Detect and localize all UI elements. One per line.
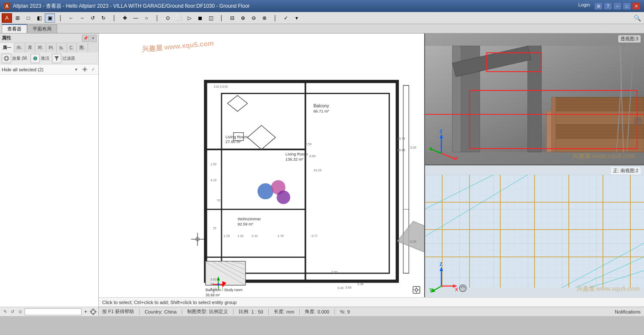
axis-indicator-bottom: Z X Y [428,262,459,294]
view-3d-top-label: 透视图:3 [618,35,641,43]
toolbar-icon-3[interactable]: ◧ [34,13,44,23]
toolbar-icon-18[interactable]: ⊕ [238,13,248,23]
svg-marker-141 [440,267,443,271]
svg-text:2.50: 2.50 [305,142,311,146]
country-item: Country: China [145,309,176,314]
svg-rect-105 [547,111,552,152]
toolbar-icon-13[interactable]: ⬜ [173,13,184,23]
left-tree[interactable] [0,75,98,307]
filter-icon-btn[interactable] [52,54,61,63]
svg-text:3.50: 3.50 [331,270,337,274]
left-tab-c[interactable]: C. [67,43,77,52]
svg-marker-113 [440,134,443,138]
svg-text:3.77: 3.77 [311,234,317,238]
drawing-view[interactable]: Balcony 66.71 m² Living Room 27.60 m² Li… [99,34,425,297]
percent-label: %: [340,309,346,314]
toolbar-icon-7[interactable]: ↺ [88,13,98,23]
left-bottom-btn-3[interactable]: ⊙ [17,308,24,315]
toolbar-sep-2: │ [109,13,119,23]
toolbar-icon-11[interactable]: ○ [141,13,152,23]
sep-4 [268,309,269,315]
svg-text:35.68 m²: 35.68 m² [206,293,220,297]
svg-text:5.36: 5.36 [357,282,363,286]
snap-icon[interactable] [412,286,421,295]
maximize-btn[interactable]: □ [623,2,631,10]
svg-point-149 [459,285,466,292]
view-3d-top[interactable]: 透视图:3 Z X [425,34,644,165]
view-3d-bottom[interactable]: 正: 南视图:2 [425,165,644,297]
svg-line-118 [431,149,441,153]
svg-text:Wohnzimmer: Wohnzimmer [237,217,261,221]
close-btn[interactable]: ✕ [632,2,641,10]
hide-selected-settings[interactable] [81,66,88,73]
tab-viewer[interactable]: 查看器 [2,24,27,33]
panel-close-btn[interactable]: ✕ [90,35,97,42]
hide-selected-text: Hide all selected (2) [2,67,71,72]
filter-label: 过滤器 [62,55,75,61]
angle-value: 0.000 [317,309,329,314]
left-tab-is[interactable]: Is. [57,43,67,52]
menu-icon-btn[interactable]: ≡ [594,2,603,10]
hide-selected-dropdown[interactable]: ▾ [73,66,79,73]
sep-2 [182,309,182,315]
cursor-indicator [191,233,204,246]
left-tab-pl[interactable]: Pl. [46,43,57,52]
left-bottom-btn-1[interactable]: ✎ [2,308,9,315]
length-unit: mm [286,309,294,314]
toolbar-icon-6[interactable]: → [77,13,87,23]
toolbar-icon-16[interactable]: ◫ [206,13,216,23]
hide-selected-check[interactable]: ✓ [90,66,97,73]
minimize-btn[interactable]: ─ [613,2,622,10]
svg-text:70: 70 [217,198,220,202]
toolbar-icon-4[interactable]: ▣ [45,13,55,23]
notifications-item[interactable]: Notifications [615,309,641,314]
notifications-label: Notifications [615,309,641,314]
rotate-icon-3d-top[interactable] [634,117,642,125]
active-icon-btn[interactable] [30,54,40,63]
status-bar: 按 F1 获得帮助 Country: China 制图类型: 比例定义 比例: … [99,307,644,316]
svg-text:116.1/216: 116.1/216 [213,85,228,88]
toolbar-icon-10[interactable]: — [131,13,141,23]
percent-value: 9 [347,309,350,314]
rotate-icon-bottom[interactable] [459,284,467,294]
toolbar-icon-20[interactable]: ⊗ [259,13,270,23]
svg-text:3.62: 3.62 [210,277,216,281]
left-bottom-input[interactable] [24,308,82,315]
toolbar-icon-0[interactable]: A [2,13,12,23]
toolbar-icon-21[interactable]: ✓ [281,13,291,23]
svg-text:Z: Z [440,130,442,134]
drawing-type-value: 比例定义 [209,308,228,315]
toolbar-icon-12[interactable]: ⊙ [163,13,173,23]
left-tab-attr[interactable]: 属— [0,43,14,52]
help-btn[interactable]: ? [604,2,612,10]
left-subtoolbar: 放量 (M. 激活 过滤器 [0,52,98,64]
tab-layout[interactable]: 平面布局 [27,24,57,33]
panel-pin-btn[interactable]: 📌 [82,35,89,42]
floor-plan-svg: Balcony 66.71 m² Living Room 27.60 m² Li… [99,34,424,297]
svg-point-30 [276,191,290,204]
left-bottom-dropdown[interactable]: ▾ [82,308,89,315]
toolbar-icon-17[interactable]: ⊟ [227,13,237,23]
toolbar-icon-22[interactable]: ▾ [292,13,302,23]
crosshair-btn[interactable] [90,308,97,315]
toolbar-icon-1[interactable]: ⊞ [12,13,23,23]
left-bottom-btn-2[interactable]: ↺ [9,308,16,315]
volume-icon-btn[interactable] [2,54,11,63]
toolbar-icon-15[interactable]: ◼ [195,13,205,23]
command-bar: Click to select; Ctrl+click to add; Shif… [99,297,644,307]
toolbar-icon-19[interactable]: ⊖ [249,13,259,23]
left-tab-dir[interactable]: 向. [14,43,25,52]
left-tab-align[interactable]: 对. [35,43,46,52]
country-value: China [164,309,177,314]
toolbar-icon-2[interactable]: □ [23,13,33,23]
toolbar-search-icon[interactable]: 🔍 [632,13,642,23]
view-container: Balcony 66.71 m² Living Room 27.60 m² Li… [99,34,644,297]
toolbar-icon-9[interactable]: ✚ [120,13,130,23]
left-tab-img[interactable]: 图. [77,43,88,52]
toolbar-icon-8[interactable]: ↻ [98,13,109,23]
left-tab-lib[interactable]: 库 [25,43,35,52]
toolbar-icon-5[interactable]: ← [66,13,76,23]
toolbar-icon-14[interactable]: ▷ [184,13,194,23]
hide-selected-row: Hide all selected (2) ▾ ✓ [0,64,98,75]
svg-text:Living Room: Living Room [286,152,308,156]
